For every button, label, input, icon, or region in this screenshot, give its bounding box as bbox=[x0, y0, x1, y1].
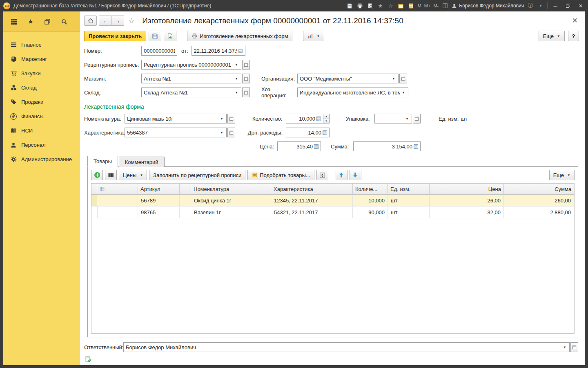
close-window-button[interactable]: ✕ bbox=[576, 2, 586, 10]
cell-sum[interactable]: 2 880,00 bbox=[504, 206, 574, 218]
favorites-icon[interactable]: ☆ bbox=[387, 2, 394, 9]
calendar-icon[interactable] bbox=[397, 2, 405, 9]
recipe-field[interactable]: Рецептурная пропись 00000000001 от 22 ▼ bbox=[141, 60, 241, 70]
dropdown-icon[interactable]: ▼ bbox=[234, 63, 239, 67]
memory-m-plus-button[interactable]: M+ bbox=[424, 3, 431, 8]
help-button[interactable]: ? bbox=[568, 31, 579, 41]
calculator-picker-icon[interactable] bbox=[414, 144, 418, 149]
warehouse-field[interactable]: Склад Аптека №1 ▼ bbox=[141, 88, 241, 97]
dropdown-icon[interactable]: ▼ bbox=[219, 131, 224, 135]
cell-artikul[interactable]: 56789 bbox=[138, 195, 180, 206]
current-user[interactable]: Борисов Федор Михайлович bbox=[452, 3, 524, 9]
open-windows-icon[interactable] bbox=[43, 18, 51, 26]
cell-number[interactable] bbox=[97, 195, 138, 206]
cell-characteristic[interactable]: 12345, 22.11.2017 bbox=[271, 195, 353, 206]
stepper-down-icon[interactable]: ▼ bbox=[323, 119, 329, 123]
favorites-star-icon[interactable]: ★ bbox=[27, 18, 35, 26]
titlebar-menu-caret-icon[interactable]: ▾ bbox=[537, 2, 544, 9]
tab-goods[interactable]: Товары bbox=[87, 156, 118, 167]
sidebar-item-main[interactable]: Главное bbox=[3, 38, 80, 52]
document-status-icon[interactable] bbox=[85, 356, 91, 364]
sidebar-item-warehouse[interactable]: Склад bbox=[3, 81, 80, 95]
move-row-down-button[interactable] bbox=[350, 170, 361, 180]
dropdown-icon[interactable]: ▼ bbox=[562, 346, 567, 349]
calculator-picker-icon[interactable] bbox=[314, 144, 318, 149]
recipe-open-button[interactable] bbox=[242, 60, 250, 70]
cell-picture[interactable] bbox=[180, 195, 191, 206]
dropdown-icon[interactable]: ▼ bbox=[219, 117, 224, 121]
expand-rows-button[interactable] bbox=[316, 170, 328, 180]
cell-characteristic[interactable]: 54321, 22.11.2017 bbox=[271, 206, 353, 218]
print-preview-icon[interactable] bbox=[367, 2, 374, 9]
packaging-open-button[interactable] bbox=[413, 114, 421, 123]
dropdown-icon[interactable]: ▼ bbox=[401, 91, 406, 94]
app-logo-icon[interactable]: 1С bbox=[3, 2, 10, 9]
calculator-picker-icon[interactable] bbox=[316, 117, 321, 121]
cell-qty[interactable]: 90,000 bbox=[353, 206, 388, 218]
table-more-button[interactable]: Еще▼ bbox=[549, 170, 575, 180]
cell-artikul[interactable]: 98765 bbox=[138, 206, 180, 218]
sidebar-item-marketing[interactable]: Маркетинг bbox=[3, 52, 80, 66]
sidebar-item-personnel[interactable]: Персонал bbox=[3, 138, 80, 152]
nomenclature-open-button[interactable] bbox=[227, 114, 235, 123]
prices-dropdown-button[interactable]: Цены▼ bbox=[119, 170, 147, 180]
search-icon[interactable] bbox=[60, 18, 68, 26]
operation-field[interactable]: Индивидуальное изготовление ЛС, в том чи… bbox=[297, 88, 408, 97]
calendar-picker-icon[interactable] bbox=[238, 48, 243, 53]
cell-qty[interactable]: 10,000 bbox=[353, 195, 388, 206]
organization-field[interactable]: ООО "Медикаменты" ▼ bbox=[297, 74, 399, 83]
post-document-button[interactable] bbox=[164, 31, 176, 41]
nomenclature-field[interactable]: Цинковая мазь 10г ▼ bbox=[125, 114, 227, 123]
sidebar-item-nsi[interactable]: НСИ bbox=[3, 123, 80, 138]
cell-nomenclature[interactable]: Вазелин 1г bbox=[191, 206, 271, 218]
dropdown-icon[interactable]: ▼ bbox=[234, 91, 239, 94]
store-field[interactable]: Аптека №1 ▼ bbox=[141, 74, 241, 83]
restore-button[interactable] bbox=[563, 2, 573, 10]
date-field[interactable]: 22.11.2016 14:37:50 bbox=[192, 46, 245, 56]
characteristic-open-button[interactable] bbox=[227, 128, 235, 137]
save-icon[interactable] bbox=[346, 2, 354, 9]
sidebar-item-purchases[interactable]: Закупки bbox=[3, 66, 80, 81]
cell-price[interactable]: 32,00 bbox=[430, 206, 504, 218]
home-button[interactable] bbox=[84, 16, 97, 26]
more-button[interactable]: Еще▼ bbox=[539, 31, 565, 41]
pick-goods-button[interactable]: Подобрать товары... bbox=[247, 170, 314, 180]
fill-by-recipe-button[interactable]: Заполнить по рецептурной прописи bbox=[149, 170, 245, 180]
quantity-field[interactable]: 10,000 bbox=[286, 114, 323, 123]
minimize-button[interactable]: ─ bbox=[550, 2, 560, 10]
cell-number[interactable] bbox=[97, 206, 138, 218]
table-row[interactable]: 98765 Вазелин 1г 54321, 22.11.2017 90,00… bbox=[91, 206, 574, 218]
forward-button[interactable]: → bbox=[111, 16, 124, 26]
cell-unit[interactable]: шт bbox=[388, 206, 430, 218]
cell-picture[interactable] bbox=[180, 206, 191, 218]
number-field[interactable]: 00000000001 bbox=[141, 46, 177, 56]
sidebar-item-finance[interactable]: ₽ Финансы bbox=[3, 109, 80, 123]
memory-m-minus-button[interactable]: M- bbox=[433, 3, 439, 8]
cell-sum[interactable]: 260,00 bbox=[504, 195, 574, 206]
sum-field[interactable]: 3 154,00 bbox=[353, 141, 421, 151]
responsible-open-button[interactable] bbox=[570, 342, 578, 352]
close-form-icon[interactable]: ✕ bbox=[571, 16, 579, 25]
dropdown-icon[interactable]: ▼ bbox=[405, 117, 410, 121]
save-button[interactable] bbox=[149, 31, 161, 41]
print-form-button[interactable]: Изготовление лекарственных форм bbox=[187, 31, 292, 41]
characteristic-field[interactable]: 5564387 ▼ bbox=[125, 128, 227, 137]
warehouse-open-button[interactable] bbox=[242, 88, 250, 97]
sidebar-item-administration[interactable]: Администрирование bbox=[3, 152, 80, 166]
reports-dropdown-button[interactable]: ▼ bbox=[303, 31, 324, 41]
sidebar-item-sales[interactable]: Продажи bbox=[3, 95, 80, 109]
table-row[interactable]: 56789 Оксид цинка 1г 12345, 22.11.2017 1… bbox=[91, 195, 574, 206]
windows-tile-icon[interactable] bbox=[441, 2, 449, 9]
info-icon[interactable]: ⓘ bbox=[527, 2, 534, 9]
calculator-icon[interactable] bbox=[408, 2, 415, 9]
cell-unit[interactable]: шт bbox=[388, 195, 430, 206]
price-field[interactable]: 315,40 bbox=[277, 141, 321, 151]
cell-price[interactable]: 26,00 bbox=[430, 195, 504, 206]
print-icon[interactable] bbox=[356, 2, 364, 9]
cell-nomenclature[interactable]: Оксид цинка 1г bbox=[191, 195, 271, 206]
add-favorite-icon[interactable]: ★ bbox=[377, 2, 384, 9]
tab-comment[interactable]: Комментарий bbox=[119, 157, 165, 167]
barcode-button[interactable] bbox=[105, 170, 117, 180]
packaging-field[interactable]: ▼ bbox=[374, 114, 412, 123]
dropdown-icon[interactable]: ▼ bbox=[234, 77, 239, 81]
